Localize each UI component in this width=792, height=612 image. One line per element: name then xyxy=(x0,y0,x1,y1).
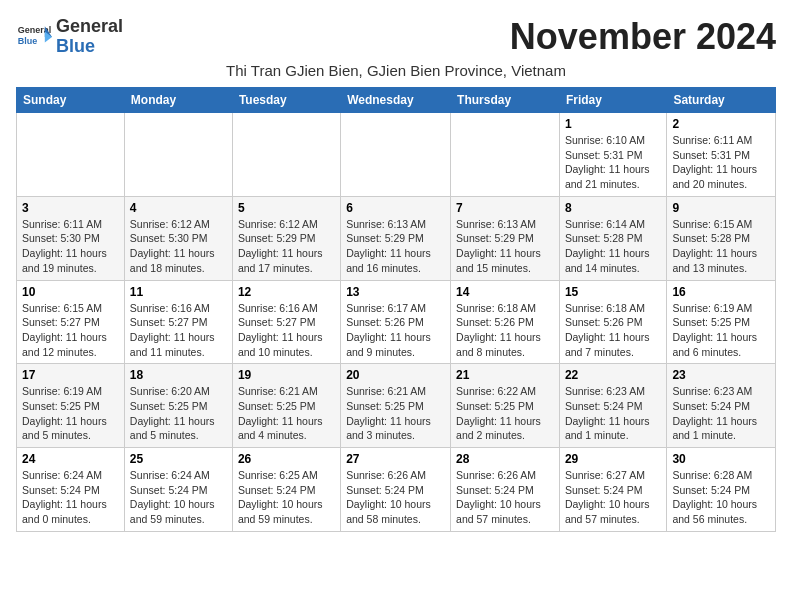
day-detail: Sunrise: 6:20 AM Sunset: 5:25 PM Dayligh… xyxy=(130,384,227,443)
day-number: 12 xyxy=(238,285,335,299)
calendar-cell: 7Sunrise: 6:13 AM Sunset: 5:29 PM Daylig… xyxy=(451,196,560,280)
day-number: 15 xyxy=(565,285,661,299)
calendar-table: SundayMondayTuesdayWednesdayThursdayFrid… xyxy=(16,87,776,532)
day-number: 20 xyxy=(346,368,445,382)
day-number: 3 xyxy=(22,201,119,215)
calendar-cell: 28Sunrise: 6:26 AM Sunset: 5:24 PM Dayli… xyxy=(451,448,560,532)
calendar-cell: 13Sunrise: 6:17 AM Sunset: 5:26 PM Dayli… xyxy=(341,280,451,364)
day-detail: Sunrise: 6:11 AM Sunset: 5:30 PM Dayligh… xyxy=(22,217,119,276)
day-detail: Sunrise: 6:17 AM Sunset: 5:26 PM Dayligh… xyxy=(346,301,445,360)
location-title: Thi Tran GJien Bien, GJien Bien Province… xyxy=(16,62,776,79)
day-number: 24 xyxy=(22,452,119,466)
weekday-header-wednesday: Wednesday xyxy=(341,88,451,113)
day-detail: Sunrise: 6:13 AM Sunset: 5:29 PM Dayligh… xyxy=(346,217,445,276)
logo-icon: General Blue xyxy=(16,19,52,55)
day-detail: Sunrise: 6:27 AM Sunset: 5:24 PM Dayligh… xyxy=(565,468,661,527)
day-number: 9 xyxy=(672,201,770,215)
calendar-cell xyxy=(232,113,340,197)
day-number: 22 xyxy=(565,368,661,382)
day-detail: Sunrise: 6:10 AM Sunset: 5:31 PM Dayligh… xyxy=(565,133,661,192)
weekday-header-friday: Friday xyxy=(559,88,666,113)
calendar-cell: 18Sunrise: 6:20 AM Sunset: 5:25 PM Dayli… xyxy=(124,364,232,448)
day-number: 28 xyxy=(456,452,554,466)
calendar-cell xyxy=(17,113,125,197)
day-detail: Sunrise: 6:21 AM Sunset: 5:25 PM Dayligh… xyxy=(346,384,445,443)
logo-text: General Blue xyxy=(56,17,123,57)
day-number: 29 xyxy=(565,452,661,466)
calendar-cell: 25Sunrise: 6:24 AM Sunset: 5:24 PM Dayli… xyxy=(124,448,232,532)
calendar-cell: 10Sunrise: 6:15 AM Sunset: 5:27 PM Dayli… xyxy=(17,280,125,364)
day-number: 25 xyxy=(130,452,227,466)
day-detail: Sunrise: 6:23 AM Sunset: 5:24 PM Dayligh… xyxy=(565,384,661,443)
day-number: 27 xyxy=(346,452,445,466)
day-number: 14 xyxy=(456,285,554,299)
day-number: 17 xyxy=(22,368,119,382)
day-number: 21 xyxy=(456,368,554,382)
day-number: 10 xyxy=(22,285,119,299)
calendar-cell: 8Sunrise: 6:14 AM Sunset: 5:28 PM Daylig… xyxy=(559,196,666,280)
day-detail: Sunrise: 6:15 AM Sunset: 5:27 PM Dayligh… xyxy=(22,301,119,360)
day-number: 2 xyxy=(672,117,770,131)
day-detail: Sunrise: 6:11 AM Sunset: 5:31 PM Dayligh… xyxy=(672,133,770,192)
day-number: 1 xyxy=(565,117,661,131)
calendar-cell: 22Sunrise: 6:23 AM Sunset: 5:24 PM Dayli… xyxy=(559,364,666,448)
day-number: 16 xyxy=(672,285,770,299)
day-detail: Sunrise: 6:15 AM Sunset: 5:28 PM Dayligh… xyxy=(672,217,770,276)
calendar-cell: 23Sunrise: 6:23 AM Sunset: 5:24 PM Dayli… xyxy=(667,364,776,448)
calendar-cell: 6Sunrise: 6:13 AM Sunset: 5:29 PM Daylig… xyxy=(341,196,451,280)
calendar-cell xyxy=(451,113,560,197)
weekday-header-tuesday: Tuesday xyxy=(232,88,340,113)
calendar-cell: 26Sunrise: 6:25 AM Sunset: 5:24 PM Dayli… xyxy=(232,448,340,532)
weekday-header-thursday: Thursday xyxy=(451,88,560,113)
day-detail: Sunrise: 6:23 AM Sunset: 5:24 PM Dayligh… xyxy=(672,384,770,443)
day-detail: Sunrise: 6:13 AM Sunset: 5:29 PM Dayligh… xyxy=(456,217,554,276)
day-detail: Sunrise: 6:16 AM Sunset: 5:27 PM Dayligh… xyxy=(238,301,335,360)
day-number: 4 xyxy=(130,201,227,215)
calendar-cell: 16Sunrise: 6:19 AM Sunset: 5:25 PM Dayli… xyxy=(667,280,776,364)
day-number: 5 xyxy=(238,201,335,215)
calendar-cell: 14Sunrise: 6:18 AM Sunset: 5:26 PM Dayli… xyxy=(451,280,560,364)
calendar-cell: 9Sunrise: 6:15 AM Sunset: 5:28 PM Daylig… xyxy=(667,196,776,280)
calendar-cell: 5Sunrise: 6:12 AM Sunset: 5:29 PM Daylig… xyxy=(232,196,340,280)
calendar-cell: 24Sunrise: 6:24 AM Sunset: 5:24 PM Dayli… xyxy=(17,448,125,532)
calendar-cell: 1Sunrise: 6:10 AM Sunset: 5:31 PM Daylig… xyxy=(559,113,666,197)
weekday-header-sunday: Sunday xyxy=(17,88,125,113)
day-number: 8 xyxy=(565,201,661,215)
day-detail: Sunrise: 6:28 AM Sunset: 5:24 PM Dayligh… xyxy=(672,468,770,527)
day-number: 18 xyxy=(130,368,227,382)
calendar-cell: 17Sunrise: 6:19 AM Sunset: 5:25 PM Dayli… xyxy=(17,364,125,448)
day-detail: Sunrise: 6:19 AM Sunset: 5:25 PM Dayligh… xyxy=(22,384,119,443)
logo: General Blue General Blue xyxy=(16,17,123,57)
weekday-header-saturday: Saturday xyxy=(667,88,776,113)
day-number: 19 xyxy=(238,368,335,382)
day-detail: Sunrise: 6:12 AM Sunset: 5:30 PM Dayligh… xyxy=(130,217,227,276)
day-number: 13 xyxy=(346,285,445,299)
calendar-cell: 21Sunrise: 6:22 AM Sunset: 5:25 PM Dayli… xyxy=(451,364,560,448)
day-detail: Sunrise: 6:26 AM Sunset: 5:24 PM Dayligh… xyxy=(456,468,554,527)
day-detail: Sunrise: 6:16 AM Sunset: 5:27 PM Dayligh… xyxy=(130,301,227,360)
calendar-cell: 3Sunrise: 6:11 AM Sunset: 5:30 PM Daylig… xyxy=(17,196,125,280)
day-detail: Sunrise: 6:24 AM Sunset: 5:24 PM Dayligh… xyxy=(22,468,119,527)
calendar-cell: 4Sunrise: 6:12 AM Sunset: 5:30 PM Daylig… xyxy=(124,196,232,280)
day-detail: Sunrise: 6:21 AM Sunset: 5:25 PM Dayligh… xyxy=(238,384,335,443)
calendar-cell: 15Sunrise: 6:18 AM Sunset: 5:26 PM Dayli… xyxy=(559,280,666,364)
calendar-cell: 19Sunrise: 6:21 AM Sunset: 5:25 PM Dayli… xyxy=(232,364,340,448)
day-detail: Sunrise: 6:26 AM Sunset: 5:24 PM Dayligh… xyxy=(346,468,445,527)
day-number: 30 xyxy=(672,452,770,466)
day-detail: Sunrise: 6:24 AM Sunset: 5:24 PM Dayligh… xyxy=(130,468,227,527)
month-title: November 2024 xyxy=(510,16,776,58)
day-number: 26 xyxy=(238,452,335,466)
calendar-cell: 11Sunrise: 6:16 AM Sunset: 5:27 PM Dayli… xyxy=(124,280,232,364)
day-detail: Sunrise: 6:12 AM Sunset: 5:29 PM Dayligh… xyxy=(238,217,335,276)
day-detail: Sunrise: 6:18 AM Sunset: 5:26 PM Dayligh… xyxy=(456,301,554,360)
day-detail: Sunrise: 6:18 AM Sunset: 5:26 PM Dayligh… xyxy=(565,301,661,360)
calendar-cell: 30Sunrise: 6:28 AM Sunset: 5:24 PM Dayli… xyxy=(667,448,776,532)
calendar-cell: 29Sunrise: 6:27 AM Sunset: 5:24 PM Dayli… xyxy=(559,448,666,532)
calendar-cell: 12Sunrise: 6:16 AM Sunset: 5:27 PM Dayli… xyxy=(232,280,340,364)
day-detail: Sunrise: 6:22 AM Sunset: 5:25 PM Dayligh… xyxy=(456,384,554,443)
day-number: 11 xyxy=(130,285,227,299)
weekday-header-monday: Monday xyxy=(124,88,232,113)
day-detail: Sunrise: 6:19 AM Sunset: 5:25 PM Dayligh… xyxy=(672,301,770,360)
calendar-cell xyxy=(124,113,232,197)
day-detail: Sunrise: 6:14 AM Sunset: 5:28 PM Dayligh… xyxy=(565,217,661,276)
